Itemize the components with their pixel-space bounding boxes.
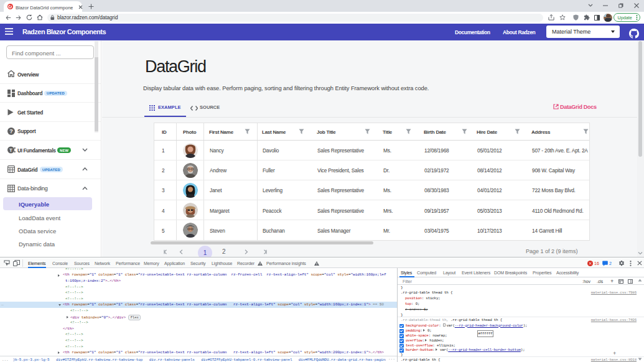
svg-text:?: ? xyxy=(9,128,13,134)
svg-text:T: T xyxy=(9,147,12,153)
